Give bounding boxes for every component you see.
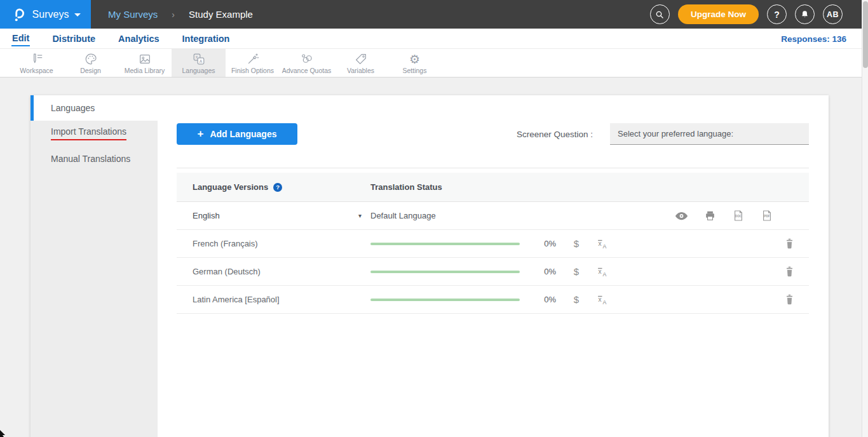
translation-progress-bar [370,271,520,273]
screener-question-value: Select your preferred language: [618,129,733,138]
language-name: Latin America [Español] [177,295,370,304]
tab-analytics[interactable]: Analytics [118,31,159,46]
vertical-scrollbar[interactable] [862,0,868,437]
toolbar-label: Design [80,67,101,74]
sidebar-item-manual-translations[interactable]: Manual Translations [31,146,158,171]
toolbar-item-languages[interactable]: x A Languages [172,49,226,77]
sidebar-item-label: Import Translations [51,126,126,140]
product-label: Surveys [32,9,69,20]
svg-text:A: A [199,58,202,63]
toolbar-label: Variables [347,67,374,74]
svg-text:x: x [598,240,601,247]
delete-language-button[interactable] [784,293,809,306]
breadcrumb-separator-icon: › [172,10,175,20]
advance-quotas-icon [299,52,315,66]
content-area: Languages Import Translations Manual Tra… [0,77,868,437]
paid-translation-icon[interactable]: $ [570,266,583,277]
card-sidebar: Languages Import Translations Manual Tra… [31,95,158,437]
search-button[interactable] [650,4,670,24]
auto-translate-icon[interactable]: x A [595,265,609,279]
card-main: + Add Languages Screener Question : Sele… [158,95,829,314]
language-name: French (Français) [177,239,370,248]
mouse-cursor [0,429,6,437]
topbar-actions: Upgrade Now ? AB [650,4,868,24]
table-row-language: Latin America [Español] 0% $ x A [177,286,809,314]
delete-language-button[interactable] [784,238,809,250]
settings-icon: ⚙ [409,52,420,66]
upgrade-now-button[interactable]: Upgrade Now [678,4,759,24]
default-language-status: Default Language [370,211,436,220]
translation-percent: 0% [537,267,556,276]
add-languages-button[interactable]: + Add Languages [177,123,297,145]
toolbar-item-finish-options[interactable]: Finish Options [226,49,280,77]
toolbar-item-settings[interactable]: ⚙ Settings [388,49,442,77]
table-row-default-language: English ▾ Default Language [177,202,809,230]
toolbar-label: Languages [182,67,215,74]
chevron-down-icon: ▾ [358,212,362,219]
toolbar-label: Finish Options [231,67,274,74]
languages-card: Languages Import Translations Manual Tra… [31,95,829,437]
table-row-language: French (Français) 0% $ x A [177,230,809,258]
breadcrumb: My Surveys › Study Example [108,9,253,20]
tab-distribute[interactable]: Distribute [51,31,96,46]
tab-integration[interactable]: Integration [182,31,231,46]
sidebar-item-import-translations[interactable]: Import Translations [31,121,158,146]
toolbar-item-design[interactable]: Design [64,49,118,77]
top-bar: Surveys My Surveys › Study Example Upgra… [0,0,868,29]
export-pdf-icon[interactable]: PDF [761,209,773,222]
paid-translation-icon[interactable]: $ [570,294,583,305]
language-versions-header-label: Language Versions [193,182,268,192]
export-doc-icon[interactable]: DOC [732,209,745,222]
help-icon[interactable]: ? [273,183,282,192]
design-icon [83,52,98,66]
plus-icon: + [198,128,204,140]
toolbar-item-variables[interactable]: Variables [334,49,388,77]
view-icon[interactable] [675,212,688,220]
toolbar-label: Advance Quotas [282,67,332,74]
sidebar-item-label: Manual Translations [51,154,130,164]
section-tabs: Edit Distribute Analytics Integration Re… [0,29,868,49]
language-versions-header: Language Versions ? [177,182,370,192]
toolbar-label: Settings [403,67,427,74]
notifications-button[interactable] [795,4,815,24]
screener-question-select[interactable]: Select your preferred language: [610,123,809,145]
delete-language-button[interactable] [784,266,809,278]
languages-table: Language Versions ? Translation Status E… [177,173,809,314]
svg-text:A: A [602,271,606,277]
media-library-icon [137,52,153,66]
svg-text:PDF: PDF [764,215,770,218]
toolbar-item-media-library[interactable]: Media Library [118,49,172,77]
tab-edit[interactable]: Edit [11,30,30,46]
section-divider [177,168,809,168]
table-row-language: German (Deutsch) 0% $ x A [177,258,809,286]
screener-question-label: Screener Question : [517,130,593,139]
scrollbar-thumb[interactable] [863,1,868,68]
default-language-dropdown[interactable]: English ▾ [177,211,370,220]
auto-translate-icon[interactable]: x A [595,237,609,251]
trash-icon [784,266,795,278]
svg-text:A: A [602,299,606,305]
responses-count-link[interactable]: Responses: 136 [781,29,846,49]
svg-text:DOC: DOC [735,215,742,218]
auto-translate-icon[interactable]: x A [595,293,609,307]
add-languages-label: Add Languages [210,129,276,139]
print-icon[interactable] [704,210,716,222]
paid-translation-icon[interactable]: $ [570,238,583,249]
edit-toolbar: Workspace Design Media Library x A Langu… [0,49,868,77]
languages-icon: x A [191,52,207,66]
user-avatar[interactable]: AB [823,4,843,24]
toolbar-item-advance-quotas[interactable]: Advance Quotas [280,49,334,77]
breadcrumb-current: Study Example [189,9,253,20]
questionpro-logo-icon [10,6,27,23]
question-mark-icon: ? [774,10,780,20]
sidebar-item-languages[interactable]: Languages [31,95,158,121]
search-icon [654,10,665,20]
toolbar-label: Workspace [20,67,53,74]
svg-text:A: A [602,243,606,249]
bell-icon [800,10,810,19]
toolbar-item-workspace[interactable]: Workspace [10,49,64,77]
product-switcher[interactable]: Surveys [0,0,91,29]
help-button[interactable]: ? [767,4,787,24]
svg-text:x: x [598,296,601,303]
breadcrumb-my-surveys[interactable]: My Surveys [108,9,158,20]
